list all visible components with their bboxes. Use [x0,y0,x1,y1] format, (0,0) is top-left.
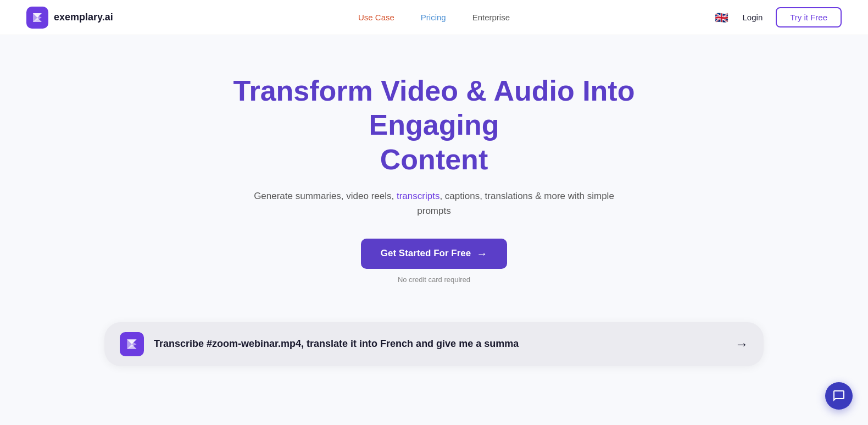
nav-links: Use Case Pricing Enterprise [358,13,510,22]
hero-title: Transform Video & Audio Into Engaging Co… [220,74,648,176]
logo-icon [26,7,48,29]
navbar: exemplary.ai Use Case Pricing Enterprise… [0,0,868,35]
prompt-logo-icon [120,332,144,356]
cta-get-started-button[interactable]: Get Started For Free → [361,239,507,269]
prompt-container: Transcribe #zoom-webinar.mp4, translate … [104,322,764,366]
nav-right: 🇬🇧 Login Try it Free [714,7,842,27]
prompt-section: Transcribe #zoom-webinar.mp4, translate … [104,322,764,366]
nav-pricing[interactable]: Pricing [421,13,446,22]
prompt-text: Transcribe #zoom-webinar.mp4, translate … [154,338,725,350]
no-credit-card-text: No credit card required [398,275,470,284]
chat-icon [832,389,845,402]
nav-use-case[interactable]: Use Case [358,13,394,22]
cta-label: Get Started For Free [381,248,471,259]
logo-text: exemplary.ai [54,12,113,23]
logo-link[interactable]: exemplary.ai [26,7,113,29]
chat-bubble-button[interactable] [825,382,853,410]
hero-subtitle: Generate summaries, video reels, transcr… [242,189,626,218]
cta-arrow-icon: → [476,247,487,260]
login-link[interactable]: Login [743,13,763,22]
prompt-submit-arrow[interactable]: → [735,336,748,352]
nav-enterprise[interactable]: Enterprise [472,13,510,22]
hero-section: Transform Video & Audio Into Engaging Co… [0,35,868,306]
try-free-button[interactable]: Try it Free [776,7,842,27]
language-selector[interactable]: 🇬🇧 [714,10,730,25]
